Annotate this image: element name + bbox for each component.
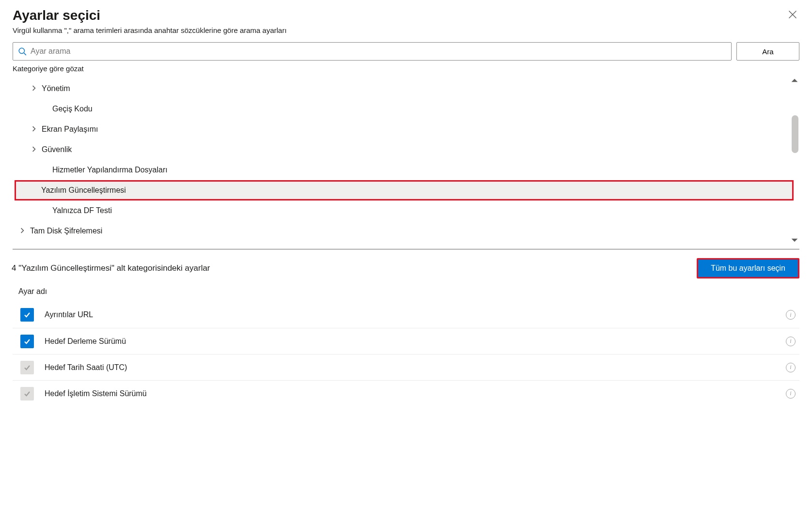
category-item[interactable]: Yazılım Güncelleştirmesi bbox=[15, 180, 794, 200]
chevron-right-icon bbox=[29, 84, 39, 93]
scroll-down-icon[interactable] bbox=[791, 236, 798, 244]
category-item[interactable]: Geçiş Kodu bbox=[15, 99, 799, 119]
search-icon bbox=[18, 47, 27, 56]
setting-row: Hedef Derleme Sürümüi bbox=[13, 328, 799, 354]
setting-row: Hedef İşletim Sistemi Sürümüi bbox=[13, 380, 799, 406]
category-label: Ekran Paylaşımı bbox=[42, 125, 98, 134]
results-heading: 4 "Yazılım Güncelleştirmesi" alt kategor… bbox=[12, 263, 210, 273]
scrollbar-thumb[interactable] bbox=[792, 115, 798, 153]
select-all-button[interactable]: Tüm bu ayarları seçin bbox=[697, 258, 799, 278]
category-item[interactable]: Yalnızca DF Testi bbox=[15, 200, 799, 221]
info-icon[interactable]: i bbox=[786, 337, 796, 346]
chevron-right-icon bbox=[29, 125, 39, 134]
setting-row: Hedef Tarih Saati (UTC)i bbox=[13, 354, 799, 380]
setting-checkbox[interactable] bbox=[20, 361, 34, 374]
setting-label: Hedef Tarih Saati (UTC) bbox=[45, 363, 786, 372]
search-button[interactable]: Ara bbox=[736, 42, 799, 61]
browse-by-category-label: Kategoriye göre gözat bbox=[13, 64, 799, 73]
info-icon[interactable]: i bbox=[786, 363, 796, 372]
category-item[interactable]: Tam Disk Şifrelemesi bbox=[15, 221, 799, 241]
category-item[interactable]: Hizmetler Yapılandırma Dosyaları bbox=[15, 160, 799, 180]
chevron-right-icon bbox=[17, 227, 27, 235]
setting-label: Hedef İşletim Sistemi Sürümü bbox=[45, 389, 786, 398]
search-input-container bbox=[13, 42, 732, 61]
info-icon[interactable]: i bbox=[786, 389, 796, 399]
setting-label: Ayrıntılar URL bbox=[45, 310, 786, 319]
category-item[interactable]: Yönetim bbox=[15, 78, 799, 99]
setting-checkbox[interactable] bbox=[20, 387, 34, 401]
page-subtitle: Virgül kullanma "," arama terimleri aras… bbox=[13, 26, 799, 34]
column-header-name: Ayar adı bbox=[18, 287, 799, 296]
category-label: Yalnızca DF Testi bbox=[52, 206, 112, 215]
category-label: Tam Disk Şifrelemesi bbox=[30, 227, 102, 235]
setting-checkbox[interactable] bbox=[20, 308, 34, 322]
page-title: Ayarlar seçici bbox=[13, 8, 100, 23]
svg-line-3 bbox=[24, 53, 26, 55]
chevron-right-icon bbox=[29, 145, 39, 154]
section-divider bbox=[13, 249, 799, 249]
close-icon[interactable] bbox=[786, 8, 799, 23]
info-icon[interactable]: i bbox=[786, 310, 796, 320]
search-input[interactable] bbox=[31, 43, 731, 60]
setting-checkbox[interactable] bbox=[20, 335, 34, 348]
category-item[interactable]: Güvenlik bbox=[15, 139, 799, 160]
setting-row: Ayrıntılar URLi bbox=[13, 302, 799, 328]
category-item[interactable]: Ekran Paylaşımı bbox=[15, 119, 799, 139]
category-label: Yönetim bbox=[42, 84, 70, 93]
category-label: Hizmetler Yapılandırma Dosyaları bbox=[52, 166, 168, 174]
category-label: Geçiş Kodu bbox=[52, 105, 93, 113]
scroll-up-icon[interactable] bbox=[791, 77, 798, 84]
category-tree: YönetimGeçiş KoduEkran PaylaşımıGüvenlik… bbox=[15, 76, 799, 245]
category-label: Yazılım Güncelleştirmesi bbox=[41, 186, 126, 195]
svg-point-2 bbox=[19, 48, 24, 53]
category-label: Güvenlik bbox=[42, 145, 72, 154]
setting-label: Hedef Derleme Sürümü bbox=[45, 337, 786, 346]
